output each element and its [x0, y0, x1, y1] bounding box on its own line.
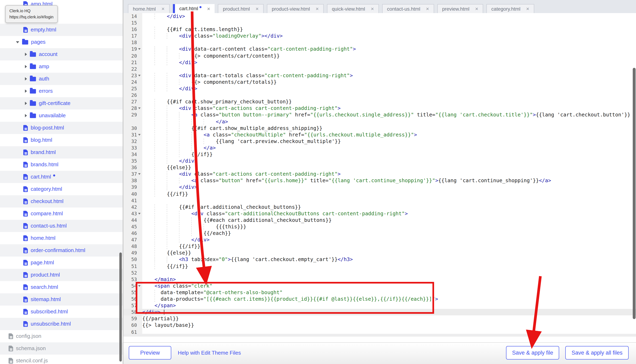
- code-line-41[interactable]: 41: [124, 197, 636, 204]
- file-tree-item-search-html[interactable]: search.html: [0, 281, 123, 293]
- code-line-22[interactable]: 22: [124, 66, 636, 72]
- code-line-37[interactable]: 37<div class="cart-actions cart-content-…: [124, 171, 636, 178]
- code-line-30[interactable]: 30{{#if cart.show_multiple_address_shipp…: [124, 125, 636, 131]
- code-line-16[interactable]: 16{{#if cart.items.length}}: [124, 26, 636, 33]
- tab-home[interactable]: home.html×: [128, 4, 169, 13]
- code-line-27[interactable]: 27{{#if cart.show_primary_checkout_butto…: [124, 98, 636, 105]
- code-line-49[interactable]: 49{{else}}: [124, 250, 636, 256]
- code-line-47[interactable]: 47</div>: [124, 236, 636, 243]
- file-tree-item-unsubscribe-html[interactable]: unsubscribe.html: [0, 318, 123, 330]
- file-tree-item-blog-post-html[interactable]: blog-post.html: [0, 122, 123, 134]
- file-tree-item-contact-us-html[interactable]: contact-us.html: [0, 220, 123, 232]
- code-line-wrap[interactable]: </a>: [124, 118, 636, 125]
- close-tab-icon[interactable]: ×: [256, 6, 259, 12]
- file-tree-item-account[interactable]: account: [0, 48, 123, 60]
- chevron-right-icon[interactable]: [25, 114, 27, 117]
- chevron-right-icon[interactable]: [25, 90, 27, 93]
- file-tree-item-errors[interactable]: errors: [0, 85, 123, 97]
- code-line-43[interactable]: 43<div class="cart-additionalCheckoutBut…: [124, 210, 636, 217]
- file-tree-item-empty-html[interactable]: empty.html: [0, 24, 123, 36]
- file-tree-item-page-html[interactable]: page.html: [0, 256, 123, 269]
- chevron-right-icon[interactable]: [25, 53, 27, 56]
- file-tree-item-blog-html[interactable]: blog.html: [0, 134, 123, 146]
- code-line-35[interactable]: 35</div>: [124, 158, 636, 164]
- code-line-23[interactable]: 23<div data-cart-totals class="cart-cont…: [124, 72, 636, 79]
- close-tab-icon[interactable]: ×: [162, 6, 165, 12]
- code-editor[interactable]: 14</div>1516{{#if cart.items.length}}17<…: [124, 13, 636, 337]
- file-tree-item-home-html[interactable]: home.html: [0, 232, 123, 244]
- chevron-down-icon[interactable]: [16, 41, 19, 43]
- tab-quick-view[interactable]: quick-view.html×: [327, 4, 379, 13]
- tab-cart[interactable]: cart.html×: [173, 4, 215, 13]
- code-line-17[interactable]: 17<div class="loadingOverlay"></div>: [124, 33, 636, 40]
- code-line-15[interactable]: 15: [124, 20, 636, 26]
- file-tree-item-sitemap-html[interactable]: sitemap.html: [0, 293, 123, 306]
- file-tree-item-compare-html[interactable]: compare.html: [0, 208, 123, 220]
- file-tree-item-brand-html[interactable]: brand.html: [0, 146, 123, 158]
- code-line-38[interactable]: 38<a class="button" href="{{urls.home}}"…: [124, 178, 636, 184]
- code-line-28[interactable]: 28<div class="cart-actions cart-content-…: [124, 105, 636, 112]
- tab-product-view[interactable]: product-view.html×: [267, 4, 324, 13]
- tab-category[interactable]: category.html×: [486, 4, 534, 13]
- code-line-39[interactable]: 39</div>: [124, 184, 636, 190]
- code-line-45[interactable]: 45{{{this}}}: [124, 224, 636, 230]
- code-line-33[interactable]: 33</a>: [124, 144, 636, 151]
- close-tab-icon[interactable]: ×: [475, 6, 478, 12]
- editor-scrollbar-thumb[interactable]: [633, 68, 635, 319]
- file-tree-item-subscribed-html[interactable]: subscribed.html: [0, 306, 123, 318]
- code-line-56[interactable]: 56data-products="[{{#each cart.items}}{{…: [124, 296, 636, 302]
- code-line-44[interactable]: 44{{#each cart.additional_checkout_butto…: [124, 217, 636, 224]
- close-tab-icon[interactable]: ×: [316, 6, 319, 12]
- code-line-48[interactable]: 48{{/if}}: [124, 243, 636, 250]
- file-tree-item-order-confirmation-html[interactable]: order-confirmation.html: [0, 244, 123, 256]
- file-tree-item-config-json[interactable]: config.json: [0, 330, 123, 342]
- code-line-42[interactable]: 42{{#if cart.additional_checkout_buttons…: [124, 204, 636, 210]
- close-tab-icon[interactable]: ×: [426, 6, 429, 12]
- code-line-26[interactable]: 26: [124, 92, 636, 98]
- chevron-right-icon[interactable]: [25, 102, 27, 105]
- code-line-29[interactable]: 29<a class="button button--primary" href…: [124, 112, 636, 118]
- file-tree-item-pages[interactable]: pages: [0, 36, 123, 48]
- chevron-right-icon[interactable]: [25, 77, 27, 80]
- save-apply-all-files-button[interactable]: Save & apply all files: [565, 346, 629, 360]
- tab-contact-us[interactable]: contact-us.html×: [382, 4, 434, 13]
- file-tree-item-unavailable[interactable]: unavailable: [0, 110, 123, 122]
- code-line-53[interactable]: 53</main>: [124, 276, 636, 283]
- code-line-31[interactable]: 31<a class="checkoutMultiple" href="{{ur…: [124, 131, 636, 138]
- file-tree-item-auth[interactable]: auth: [0, 73, 123, 85]
- code-line-20[interactable]: 20{{> components/cart/content}}: [124, 52, 636, 59]
- close-tab-icon[interactable]: ×: [207, 6, 210, 11]
- code-line-40[interactable]: 40{{/if}}: [124, 190, 636, 197]
- code-line-55[interactable]: 55data-template="@cart-others-also-bough…: [124, 289, 636, 296]
- file-tree-item-brands-html[interactable]: brands.html: [0, 158, 123, 171]
- code-line-25[interactable]: 25</div>: [124, 86, 636, 92]
- code-line-21[interactable]: 21</div>: [124, 59, 636, 66]
- code-line-52[interactable]: 52: [124, 270, 636, 276]
- code-line-14[interactable]: 14</div>: [124, 13, 636, 20]
- code-line-54[interactable]: 54<span class="clerk": [124, 283, 636, 289]
- save-apply-file-button[interactable]: Save & apply file: [506, 346, 559, 360]
- file-tree-item-schema-json[interactable]: schema.json: [0, 342, 123, 354]
- code-line-58[interactable]: 58</div>: [124, 309, 636, 316]
- file-tree-item-gift-certificate[interactable]: gift-certificate: [0, 97, 123, 110]
- horizontal-scrollbar-track[interactable]: [124, 334, 636, 337]
- code-line-34[interactable]: 34{{/if}}: [124, 151, 636, 158]
- tab-product[interactable]: product.html×: [218, 4, 263, 13]
- code-line-60[interactable]: 60{{> layout/base}}: [124, 322, 636, 329]
- code-line-24[interactable]: 24{{> components/cart/totals}}: [124, 79, 636, 86]
- tab-preview[interactable]: preview.html×: [437, 4, 483, 13]
- code-line-32[interactable]: 32{{lang 'cart.preview.checkout_multiple…: [124, 138, 636, 144]
- file-tree-item-stencil-conf-js[interactable]: stencil.conf.js: [0, 354, 123, 364]
- code-line-18[interactable]: 18: [124, 40, 636, 46]
- file-tree-item-amp[interactable]: amp: [0, 60, 123, 73]
- file-tree-item-product-html[interactable]: product.html: [0, 269, 123, 281]
- file-tree-item-checkout-html[interactable]: checkout.html: [0, 195, 123, 208]
- close-tab-icon[interactable]: ×: [526, 6, 529, 12]
- code-line-50[interactable]: 50<h3 tabindex="0">{{lang 'cart.checkout…: [124, 256, 636, 263]
- help-link[interactable]: Help with Edit Theme Files: [178, 343, 241, 363]
- preview-button[interactable]: Preview: [129, 346, 171, 360]
- code-line-51[interactable]: 51{{/if}}: [124, 263, 636, 270]
- file-tree-item-category-html[interactable]: category.html: [0, 183, 123, 195]
- close-tab-icon[interactable]: ×: [371, 6, 374, 12]
- code-line-46[interactable]: 46{{/each}}: [124, 230, 636, 236]
